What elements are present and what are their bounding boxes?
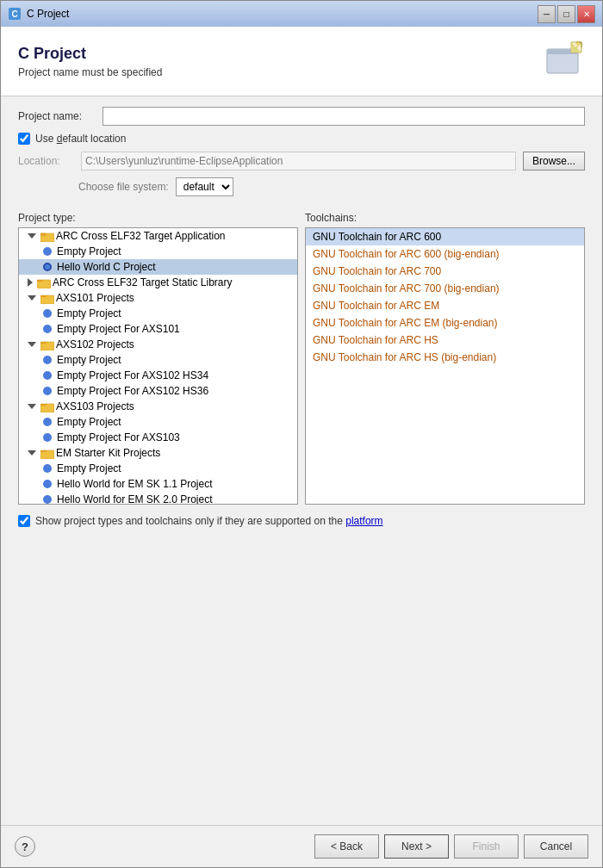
close-button[interactable]: ✕ xyxy=(577,5,595,23)
bullet-icon xyxy=(43,309,52,318)
toolchains-section: Toolchains: GNU Toolchain for ARC 600 GN… xyxy=(305,212,585,505)
toolchains-label: Toolchains: xyxy=(305,212,585,224)
browse-button[interactable]: Browse... xyxy=(523,152,585,170)
toolchain-item-label: GNU Toolchain for ARC HS xyxy=(313,334,438,346)
back-button[interactable]: < Back xyxy=(314,834,379,859)
list-item[interactable]: Empty Project xyxy=(19,461,297,476)
tree-item-label: Hello World for EM SK 2.0 Project xyxy=(57,493,213,505)
tree-item-label: Hello World C Project xyxy=(57,261,155,273)
title-bar-left: C C Project xyxy=(8,7,69,21)
tree-item-label: Empty Project xyxy=(57,354,121,366)
list-item[interactable]: AXS101 Projects xyxy=(19,290,297,306)
project-type-section: Project type: ARC Cross ELF32 Target App… xyxy=(18,212,298,505)
header-left: C Project Project name must be specified xyxy=(18,45,162,78)
tree-item-label: Empty Project For AXS102 HS34 xyxy=(57,369,208,381)
default-location-row: Use default location xyxy=(18,133,585,145)
expand-icon xyxy=(28,450,36,456)
folder-icon xyxy=(40,401,54,412)
button-bar: ? < Back Next > Finish Cancel xyxy=(1,826,602,867)
location-label: Location: xyxy=(18,155,74,167)
expand-icon xyxy=(28,404,36,409)
filesystem-row: Choose file system: default xyxy=(18,177,585,196)
list-item[interactable]: GNU Toolchain for ARC HS xyxy=(306,332,584,349)
list-item[interactable]: GNU Toolchain for ARC 600 xyxy=(306,228,584,245)
list-item[interactable]: Empty Project For AXS103 xyxy=(19,430,297,445)
location-row: Location: Browse... xyxy=(18,152,585,170)
tree-item-label: Empty Project xyxy=(57,307,121,319)
project-type-tree[interactable]: ARC Cross ELF32 Target Application Empty… xyxy=(18,227,298,505)
list-item[interactable]: GNU Toolchain for ARC EM xyxy=(306,297,584,314)
dialog-title: C Project xyxy=(18,45,162,63)
bullet-icon xyxy=(43,495,52,504)
list-item[interactable]: EM Starter Kit Projects xyxy=(19,445,297,461)
show-filter-checkbox[interactable] xyxy=(18,515,30,527)
help-button[interactable]: ? xyxy=(15,836,35,857)
list-item[interactable]: AXS103 Projects xyxy=(19,399,297,414)
filesystem-label: Choose file system: xyxy=(78,181,169,193)
minimize-button[interactable]: ─ xyxy=(538,5,556,23)
list-item[interactable]: GNU Toolchain for ARC 700 xyxy=(306,263,584,280)
expand-icon xyxy=(28,295,36,301)
title-bar: C C Project ─ □ ✕ xyxy=(1,1,602,27)
list-item[interactable]: Empty Project xyxy=(19,244,297,259)
filter-row: Show project types and toolchains only i… xyxy=(1,510,602,532)
finish-button[interactable]: Finish xyxy=(454,834,519,859)
tree-item-label: ARC Cross ELF32 Target Application xyxy=(56,230,226,242)
list-item[interactable]: Hello World for EM SK 1.1 Project xyxy=(19,476,297,492)
folder-icon xyxy=(40,293,54,304)
dialog-subtitle: Project name must be specified xyxy=(18,66,162,78)
project-name-row: Project name: xyxy=(18,107,585,126)
window-title: C Project xyxy=(27,8,69,20)
maximize-button[interactable]: □ xyxy=(557,5,575,23)
tree-item-label: Empty Project For AXS102 HS36 xyxy=(57,385,208,397)
form-area: Project name: Use default location Locat… xyxy=(1,96,602,212)
list-item[interactable]: GNU Toolchain for ARC 600 (big-endian) xyxy=(306,245,584,263)
tree-item-label: EM Starter Kit Projects xyxy=(56,447,160,459)
list-item[interactable]: GNU Toolchain for ARC 700 (big-endian) xyxy=(306,280,584,297)
project-name-input[interactable] xyxy=(103,107,585,126)
list-item[interactable]: Empty Project For AXS102 HS34 xyxy=(19,368,297,383)
expand-icon xyxy=(28,233,36,239)
bullet-icon xyxy=(43,464,52,473)
list-item[interactable]: Empty Project For AXS102 HS36 xyxy=(19,383,297,399)
list-item[interactable]: GNU Toolchain for ARC HS (big-endian) xyxy=(306,349,584,366)
toolchain-item-label: GNU Toolchain for ARC 700 xyxy=(313,265,441,277)
list-item[interactable]: Empty Project xyxy=(19,306,297,321)
folder-icon xyxy=(40,339,54,350)
project-name-label: Project name: xyxy=(18,110,96,122)
bullet-icon xyxy=(43,325,52,333)
tree-item-label: Empty Project xyxy=(57,245,121,257)
window-icon: C xyxy=(8,7,22,21)
toolchains-list[interactable]: GNU Toolchain for ARC 600 GNU Toolchain … xyxy=(305,227,585,505)
use-default-location-checkbox[interactable] xyxy=(18,133,30,145)
list-item[interactable]: GNU Toolchain for ARC EM (big-endian) xyxy=(306,314,584,332)
folder-icon xyxy=(40,448,54,459)
tree-item-label: Empty Project For AXS103 xyxy=(57,431,180,443)
list-item[interactable]: Empty Project For AXS101 xyxy=(19,321,297,337)
list-item[interactable]: ARC Cross ELF32 Target Application xyxy=(19,228,297,244)
tree-item-label: ARC Cross ELF32 Target Static Library xyxy=(53,276,233,288)
bullet-icon xyxy=(43,247,52,256)
cancel-button[interactable]: Cancel xyxy=(524,834,588,859)
toolchain-item-label: GNU Toolchain for ARC 700 (big-endian) xyxy=(313,282,500,294)
list-item[interactable]: Empty Project xyxy=(19,352,297,368)
filesystem-select[interactable]: default xyxy=(176,177,233,196)
bullet-icon xyxy=(43,371,52,380)
window-controls: ─ □ ✕ xyxy=(538,5,595,23)
filter-label: Show project types and toolchains only i… xyxy=(35,515,383,527)
list-item[interactable]: ARC Cross ELF32 Target Static Library xyxy=(19,275,297,290)
tree-item-label: Empty Project xyxy=(57,416,121,428)
list-item[interactable]: AXS102 Projects xyxy=(19,337,297,352)
toolchain-item-label: GNU Toolchain for ARC EM xyxy=(313,300,439,312)
list-item[interactable]: Empty Project xyxy=(19,414,297,430)
platform-link[interactable]: platform xyxy=(345,515,382,527)
bullet-icon xyxy=(43,433,52,442)
tree-item-label: AXS102 Projects xyxy=(56,338,134,350)
tree-item-label: AXS103 Projects xyxy=(56,400,134,412)
location-input[interactable] xyxy=(81,152,516,170)
next-button[interactable]: Next > xyxy=(384,834,449,859)
list-item[interactable]: Hello World for EM SK 2.0 Project xyxy=(19,492,297,505)
list-item[interactable]: Hello World C Project xyxy=(19,259,297,275)
toolchain-item-label: GNU Toolchain for ARC 600 (big-endian) xyxy=(313,248,500,260)
bullet-icon xyxy=(43,356,52,364)
